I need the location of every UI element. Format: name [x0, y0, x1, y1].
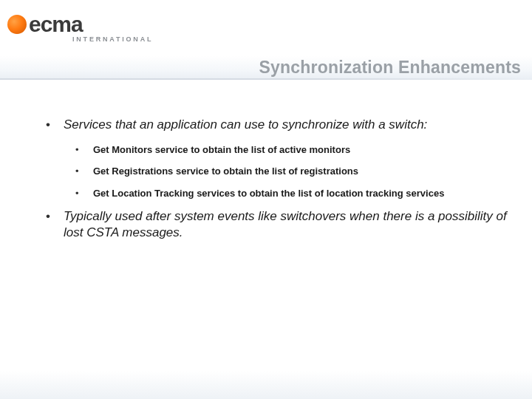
list-item: Get Location Tracking services to obtain…: [64, 187, 508, 200]
logo-subtitle: INTERNATIONAL: [72, 35, 155, 43]
slide-title: Synchronization Enhancements: [259, 58, 522, 78]
ecma-logo: ecma INTERNATIONAL: [7, 15, 155, 43]
bullet-text: Get Registrations service to obtain the …: [93, 166, 358, 177]
bullet-list-level-1: Services that an application can use to …: [35, 117, 508, 241]
list-item: Get Registrations service to obtain the …: [64, 165, 508, 178]
slide-body: Services that an application can use to …: [0, 80, 532, 241]
bullet-text: Services that an application can use to …: [64, 117, 427, 132]
bullet-list-level-2: Get Monitors service to obtain the list …: [64, 143, 508, 200]
logo-wordmark: ecma: [29, 15, 83, 34]
logo-row: ecma: [7, 15, 155, 34]
list-item: Typically used after system events like …: [35, 208, 508, 241]
slide-header: ecma INTERNATIONAL Synchronization Enhan…: [0, 0, 532, 80]
list-item: Get Monitors service to obtain the list …: [64, 143, 508, 157]
bullet-text: Get Location Tracking services to obtain…: [93, 188, 444, 199]
bullet-text: Get Monitors service to obtain the list …: [93, 144, 350, 155]
logo-dot-icon: [7, 15, 27, 34]
list-item: Services that an application can use to …: [35, 117, 508, 200]
footer-gradient: [0, 371, 532, 399]
bullet-text: Typically used after system events like …: [64, 209, 507, 239]
